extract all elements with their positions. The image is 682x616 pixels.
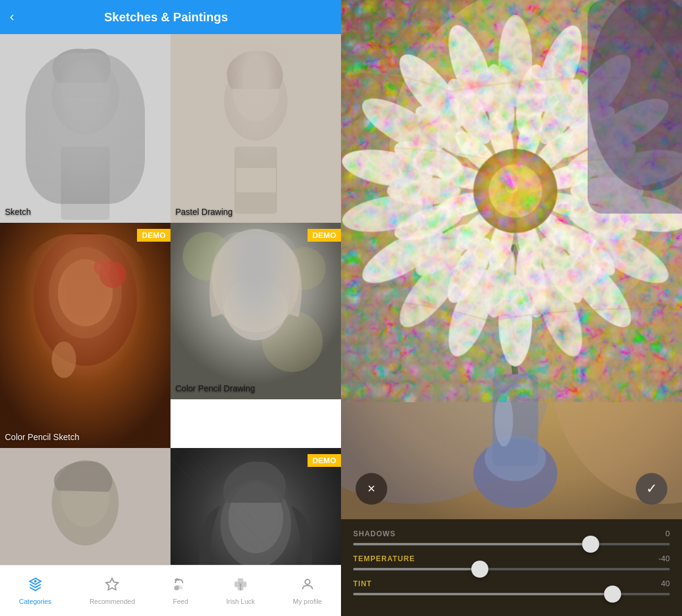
nav-item-my-profile[interactable]: My profile — [286, 572, 329, 610]
nav-label-irish-luck: Irish Luck — [227, 598, 255, 605]
shadows-value: 0 — [666, 529, 670, 538]
svg-point-15 — [49, 247, 122, 338]
svg-point-19 — [52, 341, 76, 378]
flower-photo — [341, 0, 682, 519]
svg-rect-11 — [236, 168, 276, 192]
confirm-button[interactable]: ✓ — [636, 473, 667, 505]
svg-marker-38 — [106, 578, 118, 590]
svg-point-101 — [505, 181, 518, 193]
svg-point-2 — [61, 58, 110, 119]
cancel-icon: × — [368, 481, 376, 497]
temperature-label: TEMPERATURE — [353, 555, 415, 563]
svg-point-1 — [52, 55, 119, 135]
svg-point-25 — [222, 257, 289, 340]
svg-rect-13 — [0, 223, 170, 448]
tint-thumb[interactable] — [604, 586, 621, 603]
tint-value: 40 — [661, 579, 670, 588]
filter-item-pastel[interactable]: Pastel Drawing — [170, 34, 341, 223]
filter-label-sketch: Sketch — [5, 207, 31, 217]
svg-point-22 — [183, 232, 231, 281]
tint-control: TINT 40 — [353, 579, 670, 595]
filter-item-bottom2[interactable]: DEMO — [170, 448, 341, 565]
demo-badge-cps: DEMO — [137, 229, 170, 242]
svg-point-18 — [94, 259, 111, 276]
tint-track — [353, 593, 670, 595]
demo-badge-cpd: DEMO — [308, 229, 341, 242]
svg-point-24 — [262, 311, 323, 372]
back-button[interactable]: ‹ — [10, 9, 14, 25]
svg-point-8 — [224, 61, 287, 141]
filter-item-color-pencil-drawing[interactable]: Color Pencil Drawing DEMO — [170, 223, 341, 399]
cancel-button[interactable]: × — [356, 473, 387, 505]
svg-point-17 — [99, 261, 126, 288]
categories-icon — [28, 577, 43, 595]
top-bar: ‹ Sketches & Paintings — [0, 0, 341, 34]
shadows-control: SHADOWS 0 — [353, 529, 670, 545]
cps-thumbnail — [0, 223, 170, 448]
svg-point-37 — [34, 580, 37, 583]
filter-item-color-pencil-sketch[interactable]: Color Pencil Sketch DEMO — [0, 223, 170, 448]
nav-label-feed: Feed — [173, 598, 188, 605]
svg-rect-10 — [234, 147, 277, 214]
shadows-label: SHADOWS — [353, 530, 396, 538]
svg-point-14 — [33, 232, 137, 366]
bottom-nav: Categories Recommended Feed — [0, 565, 341, 616]
svg-point-49 — [494, 393, 513, 447]
svg-point-16 — [58, 259, 113, 326]
filter-item-sketch[interactable]: Sketch — [0, 34, 170, 223]
photo-area: × ✓ — [341, 0, 682, 519]
svg-point-26 — [212, 229, 300, 332]
shadows-track — [353, 543, 670, 545]
left-panel: ‹ Sketches & Paintings Sketch — [0, 0, 341, 616]
nav-label-recommended: Recommended — [90, 598, 135, 605]
nav-label-my-profile: My profile — [293, 598, 322, 605]
right-panel: × ✓ SHADOWS 0 TEMPERATURE -40 — [341, 0, 682, 616]
filter-label-cpd: Color Pencil Drawing — [175, 383, 255, 393]
filter-item-bottom1[interactable] — [0, 448, 170, 565]
temperature-value: -40 — [658, 554, 670, 563]
temperature-fill — [353, 568, 480, 570]
shadows-thumb[interactable] — [582, 536, 599, 553]
pastel-thumbnail — [170, 34, 341, 223]
tint-fill — [353, 593, 613, 595]
page-title: Sketches & Paintings — [21, 10, 311, 24]
irish-luck-icon — [233, 577, 248, 595]
recommended-icon — [105, 577, 119, 595]
nav-item-recommended[interactable]: Recommended — [82, 572, 142, 610]
nav-item-feed[interactable]: Feed — [166, 572, 195, 610]
filter-label-cps: Color Pencil Sketch — [5, 432, 79, 442]
cpd-thumbnail — [170, 223, 341, 399]
temperature-thumb[interactable] — [471, 561, 488, 578]
sketch-thumbnail — [0, 34, 170, 223]
demo-badge-bottom2: DEMO — [308, 454, 341, 467]
svg-rect-3 — [61, 147, 110, 220]
bottom1-thumbnail — [0, 448, 170, 565]
temperature-control: TEMPERATURE -40 — [353, 554, 670, 570]
feed-icon — [174, 577, 188, 595]
nav-item-irish-luck[interactable]: Irish Luck — [219, 572, 262, 610]
filter-grid: Sketch Pastel Drawing — [0, 34, 341, 565]
svg-point-41 — [305, 579, 310, 584]
svg-point-23 — [283, 247, 326, 290]
profile-icon — [300, 577, 315, 595]
confirm-icon: ✓ — [646, 481, 657, 497]
temperature-track — [353, 568, 670, 570]
nav-item-categories[interactable]: Categories — [12, 572, 58, 610]
controls-area: SHADOWS 0 TEMPERATURE -40 TINT 40 — [341, 519, 682, 616]
tint-label: TINT — [353, 579, 372, 588]
nav-label-categories: Categories — [19, 598, 51, 605]
svg-point-9 — [233, 63, 279, 121]
filter-label-pastel: Pastel Drawing — [175, 207, 233, 217]
shadows-fill — [353, 543, 591, 545]
